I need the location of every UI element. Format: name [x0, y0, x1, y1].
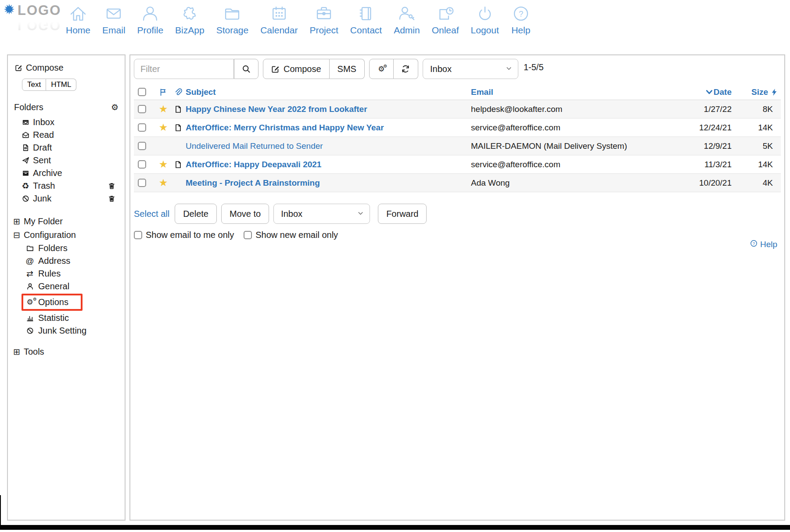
sidebar-item-trash[interactable]: ♻ Trash [13, 180, 119, 192]
subject-column-header[interactable]: Subject [186, 87, 471, 97]
sidebar-item-read[interactable]: Read [13, 129, 119, 141]
delete-button[interactable]: Delete [175, 204, 217, 224]
filter-input[interactable] [134, 59, 234, 79]
select-all-link[interactable]: Select all [134, 209, 169, 219]
sidebar-item-statistic[interactable]: Statistic [25, 312, 119, 324]
sidebar-item-general[interactable]: General [25, 280, 119, 293]
mail-row[interactable]: ★ AfterOffice: Happy Deepavali 2021 serv… [134, 155, 781, 174]
mail-date: 12/24/21 [669, 123, 735, 133]
bulk-actions-bar: Select all Delete Move to Inbox Forward [134, 204, 781, 224]
compose-icon [271, 65, 280, 73]
move-target-select[interactable]: Inbox [273, 204, 370, 224]
mail-subject-link[interactable]: AfterOffice: Happy Deepavali 2021 [186, 160, 471, 169]
sidebar-item-inbox[interactable]: Inbox [13, 116, 119, 129]
document-clock-icon [435, 4, 456, 24]
nav-item-storage[interactable]: Storage [216, 4, 249, 36]
nav-item-profile[interactable]: Profile [137, 4, 164, 36]
sidebar-item-address[interactable]: @ Address [25, 255, 119, 267]
compose-link[interactable]: Compose [14, 61, 119, 74]
nav-label: Admin [394, 25, 420, 36]
flag-column-icon[interactable] [159, 88, 167, 96]
trash-can-icon[interactable] [107, 195, 116, 202]
collapse-minus-icon[interactable]: ⊟ [13, 228, 20, 242]
mail-row[interactable]: ★ AfterOffice: Merry Christmas and Happy… [134, 119, 781, 137]
bar-chart-icon [25, 314, 34, 322]
sidebar-item-config-folders[interactable]: Folders [25, 242, 119, 255]
folder-label: Trash [33, 180, 55, 192]
sidebar-item-options[interactable]: ⚙⚙ Options [25, 296, 68, 309]
nav-item-logout[interactable]: Logout [471, 4, 499, 36]
star-icon[interactable]: ★ [159, 122, 168, 133]
help-link[interactable]: ? Help [750, 240, 777, 249]
briefcase-icon [314, 4, 334, 24]
sidebar-item-draft[interactable]: Draft [13, 141, 119, 154]
sidebar-item-junk-setting[interactable]: Junk Setting [25, 324, 119, 337]
row-checkbox[interactable] [138, 142, 146, 150]
mail-row[interactable]: ★ Meeting - Project A Brainstorming Ada … [134, 174, 781, 192]
nav-item-home[interactable]: Home [66, 4, 90, 36]
mail-row[interactable]: Undelivered Mail Returned to Sender MAIL… [134, 137, 781, 155]
size-column-header[interactable]: Size [735, 87, 781, 97]
gear-icon[interactable]: ⚙ [111, 103, 118, 111]
star-icon[interactable]: ★ [159, 178, 168, 188]
question-circle-icon: ? [511, 4, 531, 24]
nav-item-email[interactable]: Email [102, 4, 126, 36]
logo-text: LOGO [18, 3, 61, 18]
configuration-children: Folders @ Address ⇄ Rules General ⚙⚙ Opt… [13, 242, 119, 337]
select-all-checkbox[interactable] [138, 88, 146, 96]
mail-sender: service@afteroffice.com [471, 160, 669, 169]
person-icon [25, 283, 34, 290]
settings-button[interactable]: ⚙⚙ [369, 59, 394, 79]
sidebar-item-junk[interactable]: Junk [13, 192, 119, 205]
mail-date: 12/9/21 [669, 141, 735, 151]
show-new-email-checkbox[interactable] [244, 231, 252, 239]
nav-item-bizapp[interactable]: BizApp [175, 4, 205, 36]
row-checkbox[interactable] [138, 160, 146, 169]
nav-item-help[interactable]: ? Help [511, 4, 531, 36]
email-column-header[interactable]: Email [471, 87, 669, 97]
refresh-button[interactable] [394, 59, 418, 79]
compose-button[interactable]: Compose [263, 59, 330, 79]
forward-button[interactable]: Forward [378, 204, 427, 224]
row-checkbox[interactable] [138, 179, 146, 187]
sidebar-item-sent[interactable]: Sent [13, 154, 119, 167]
compose-button-label: Compose [284, 64, 321, 74]
address-book-icon [356, 4, 376, 24]
star-icon[interactable]: ★ [159, 104, 168, 114]
html-mode-button[interactable]: HTML [46, 79, 76, 91]
expand-plus-icon[interactable]: ⊞ [13, 345, 20, 359]
nav-item-calendar[interactable]: Calendar [260, 4, 298, 36]
paperclip-icon[interactable] [174, 88, 182, 96]
nav-item-project[interactable]: Project [309, 4, 338, 36]
sms-button[interactable]: SMS [330, 59, 365, 79]
expand-plus-icon[interactable]: ⊞ [13, 215, 20, 228]
search-button[interactable] [234, 59, 259, 79]
starburst-icon [4, 4, 15, 15]
nav-item-admin[interactable]: Admin [394, 4, 420, 36]
star-icon[interactable]: ★ [159, 159, 168, 169]
sidebar-item-my-folder[interactable]: ⊞ My Folder [13, 215, 119, 228]
config-label: Address [38, 255, 70, 267]
nav-item-onleaf[interactable]: Onleaf [432, 4, 459, 36]
mail-subject-link[interactable]: Happy Chinese New Year 2022 from Lookaft… [186, 104, 471, 114]
row-checkbox[interactable] [138, 123, 146, 132]
trash-can-icon[interactable] [107, 182, 116, 190]
calendar-icon [269, 4, 289, 24]
sidebar-item-tools[interactable]: ⊞ Tools [13, 345, 119, 359]
mail-subject-link[interactable]: Meeting - Project A Brainstorming [186, 178, 471, 188]
show-email-to-me-checkbox[interactable] [134, 231, 142, 239]
sidebar-item-configuration[interactable]: ⊟ Configuration [13, 228, 119, 242]
mail-size: 8K [735, 104, 781, 114]
nav-item-contact[interactable]: Contact [350, 4, 382, 36]
text-mode-button[interactable]: Text [22, 79, 46, 91]
archive-box-icon [21, 169, 30, 177]
sidebar-item-archive[interactable]: Archive [13, 167, 119, 180]
row-checkbox[interactable] [138, 105, 146, 113]
mail-subject-link[interactable]: Undelivered Mail Returned to Sender [186, 141, 471, 151]
mailbox-select[interactable]: Inbox [423, 59, 518, 79]
mail-subject-link[interactable]: AfterOffice: Merry Christmas and Happy N… [186, 123, 471, 133]
date-column-header[interactable]: Date [669, 87, 735, 97]
mail-row[interactable]: ★ Happy Chinese New Year 2022 from Looka… [134, 100, 781, 119]
move-to-button[interactable]: Move to [221, 204, 269, 224]
sidebar-item-rules[interactable]: ⇄ Rules [25, 267, 119, 280]
